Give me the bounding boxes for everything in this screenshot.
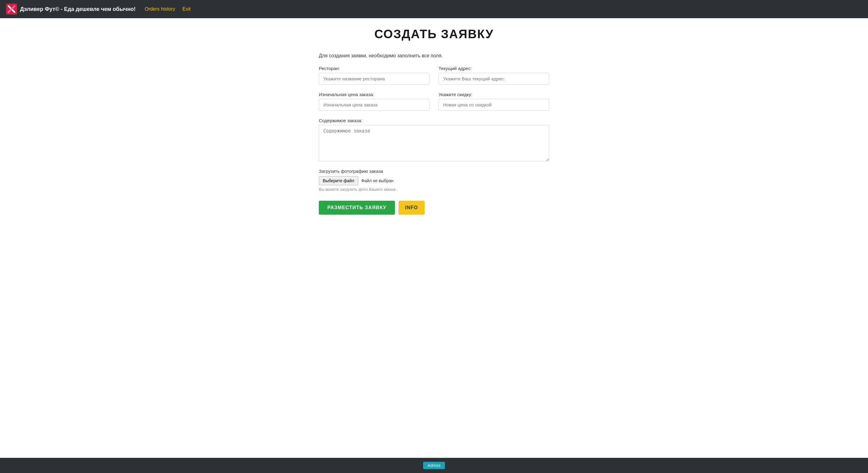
form-container: Для создания заявки, необходимо заполнит… xyxy=(319,53,549,215)
navbar-logo: Дэливер Фут© - Еда дешевле чем обычно! xyxy=(6,4,136,14)
info-button[interactable]: INFO xyxy=(399,201,425,215)
form-row-1: Ресторан: Текущий адрес: xyxy=(319,66,549,85)
footer-address-badge[interactable]: Adress xyxy=(423,462,445,469)
original-price-label: Изначальная цена заказа: xyxy=(319,92,430,97)
orders-history-link[interactable]: Orders history xyxy=(145,6,175,12)
form-group-original-price: Изначальная цена заказа: xyxy=(319,92,430,111)
form-instruction: Для создания заявки, необходимо заполнит… xyxy=(319,53,549,59)
discount-input[interactable] xyxy=(438,99,549,111)
contents-textarea[interactable] xyxy=(319,125,549,161)
address-label: Текущий адрес: xyxy=(438,66,549,71)
form-row-2: Изначальная цена заказа: Укажите скидку: xyxy=(319,92,549,111)
file-no-selected-text: Файл не выбран xyxy=(361,178,394,183)
submit-button[interactable]: РАЗМЕСТИТЬ ЗАЯВКУ xyxy=(319,201,395,215)
file-upload-section: Загрузить фотографию заказа Выберите фай… xyxy=(319,169,549,191)
form-buttons: РАЗМЕСТИТЬ ЗАЯВКУ INFO xyxy=(319,201,549,215)
footer: Adress xyxy=(0,458,868,473)
restaurant-label: Ресторан: xyxy=(319,66,430,71)
restaurant-input[interactable] xyxy=(319,73,430,85)
address-input[interactable] xyxy=(438,73,549,85)
original-price-input[interactable] xyxy=(319,99,430,111)
form-group-address: Текущий адрес: xyxy=(438,66,549,85)
form-group-discount: Укажите скидку: xyxy=(438,92,549,111)
file-upload-label: Загрузить фотографию заказа xyxy=(319,169,549,174)
navbar: Дэливер Фут© - Еда дешевле чем обычно! O… xyxy=(0,0,868,18)
contents-label: Содержимое заказа: xyxy=(319,118,549,123)
file-choose-button[interactable]: Выберите файл xyxy=(319,176,358,185)
form-group-contents: Содержимое заказа: xyxy=(319,118,549,161)
main-content: СОЗДАТЬ ЗАЯВКУ Для создания заявки, необ… xyxy=(0,18,868,458)
file-hint-text: Вы можете загрузить фото Вашего заказа . xyxy=(319,187,549,191)
form-group-restaurant: Ресторан: xyxy=(319,66,430,85)
navbar-links: Orders history Exit xyxy=(145,6,191,12)
logo-icon xyxy=(6,4,17,14)
file-upload-row: Выберите файл Файл не выбран xyxy=(319,176,549,185)
navbar-brand: Дэливер Фут© - Еда дешевле чем обычно! xyxy=(20,6,136,12)
exit-link[interactable]: Exit xyxy=(182,6,191,12)
discount-label: Укажите скидку: xyxy=(438,92,549,97)
page-title: СОЗДАТЬ ЗАЯВКУ xyxy=(12,27,856,41)
